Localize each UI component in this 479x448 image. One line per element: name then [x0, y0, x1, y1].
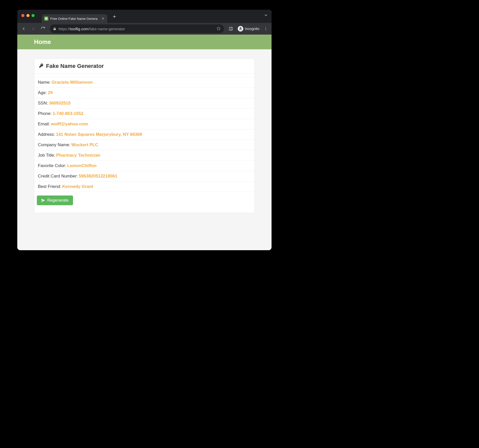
field-label: Credit Card Number: — [38, 174, 78, 179]
page-viewport: Home Fake Name Generator Name: Graciela … — [17, 35, 272, 250]
field-label: Name: — [38, 80, 51, 85]
field-row: Favorite Color: LemonChiffon — [34, 161, 255, 171]
browser-menu-icon[interactable] — [262, 25, 270, 33]
field-row: Address: 141 Nolan Squares Marjorybury, … — [34, 129, 255, 140]
field-value: 141 Nolan Squares Marjorybury, NY 84369 — [56, 132, 142, 137]
field-row: Age: 29 — [34, 88, 255, 98]
key-icon — [39, 63, 44, 69]
tab-title: Free Online Fake Name Genera — [50, 17, 98, 21]
field-value: Pharmacy Technician — [56, 153, 100, 158]
spacer-row — [34, 74, 255, 77]
field-value: Graciela Williamson — [52, 80, 93, 85]
field-value: Wuckert PLC — [71, 142, 98, 147]
field-row: Company Name: Wuckert PLC — [34, 140, 255, 150]
field-label: Best Friend: — [38, 184, 61, 189]
regenerate-button-label: Regenerate — [47, 198, 69, 203]
field-row: Phone: 1-740-853-1552 — [34, 109, 255, 119]
field-row: Name: Graciela Williamson — [34, 77, 255, 88]
field-label: Favorite Color: — [38, 163, 66, 168]
window-zoom-button[interactable] — [32, 14, 35, 17]
panel-heading: Fake Name Generator — [34, 59, 255, 74]
address-bar[interactable]: https://toolfig.com/fake-name-generator — [50, 24, 224, 33]
browser-tab[interactable]: Free Online Fake Name Genera — [42, 14, 107, 23]
svg-point-2 — [265, 27, 266, 28]
svg-point-4 — [265, 30, 266, 30]
field-row: Email: wolff@yahoo.com — [34, 119, 255, 129]
nav-home-link[interactable]: Home — [34, 38, 51, 46]
field-label: Job Title: — [38, 153, 55, 158]
tabs-dropdown-icon[interactable] — [264, 13, 268, 18]
new-tab-button[interactable]: ＋ — [111, 13, 118, 20]
field-value: 29 — [48, 90, 53, 95]
field-row: Job Title: Pharmacy Technician — [34, 150, 255, 161]
field-value: 5963820512218061 — [79, 174, 117, 179]
url-text: https://toolfig.com/fake-name-generator — [58, 27, 125, 31]
regenerate-button[interactable]: Regenerate — [37, 196, 73, 205]
browser-toolbar: https://toolfig.com/fake-name-generator … — [17, 23, 272, 35]
field-value: 1-740-853-1552 — [53, 111, 83, 116]
incognito-label: Incognito — [245, 27, 259, 31]
window-controls — [21, 14, 35, 17]
tabstrip: Free Online Fake Name Genera ＋ — [17, 10, 272, 23]
bookmark-star-icon[interactable] — [216, 26, 221, 32]
lock-icon — [53, 27, 56, 31]
main-panel: Fake Name Generator Name: Graciela Willi… — [34, 58, 255, 213]
field-row: Best Friend: Kennedy Grant — [34, 182, 255, 192]
forward-button[interactable] — [29, 24, 38, 33]
browser-window: Free Online Fake Name Genera ＋ https://t… — [17, 10, 272, 250]
field-label: Age: — [38, 90, 47, 95]
field-value: LemonChiffon — [67, 163, 96, 168]
window-close-button[interactable] — [21, 14, 24, 17]
field-label: Address: — [38, 132, 55, 137]
incognito-icon — [238, 26, 243, 32]
tab-favicon — [44, 17, 48, 21]
field-value: 360932515 — [49, 101, 71, 106]
field-value: Kennedy Grant — [62, 184, 93, 189]
field-label: Email: — [38, 122, 50, 127]
field-label: Phone: — [38, 111, 52, 116]
window-minimize-button[interactable] — [26, 14, 29, 17]
svg-point-3 — [265, 28, 266, 29]
field-label: SSN: — [38, 101, 48, 106]
incognito-indicator[interactable]: Incognito — [236, 26, 261, 32]
field-row: Credit Card Number: 5963820512218061 — [34, 171, 255, 182]
close-tab-icon[interactable] — [101, 17, 105, 20]
field-label: Company Name: — [38, 142, 70, 147]
field-row: SSN: 360932515 — [34, 98, 255, 109]
panel-body: Name: Graciela WilliamsonAge: 29SSN: 360… — [34, 74, 255, 213]
panel-title: Fake Name Generator — [46, 63, 104, 69]
field-value: wolff@yahoo.com — [51, 122, 88, 127]
site-navbar: Home — [17, 35, 272, 49]
button-row: Regenerate — [34, 192, 255, 205]
back-button[interactable] — [19, 24, 28, 33]
panel-icon[interactable] — [227, 24, 235, 33]
reload-button[interactable] — [39, 24, 47, 33]
